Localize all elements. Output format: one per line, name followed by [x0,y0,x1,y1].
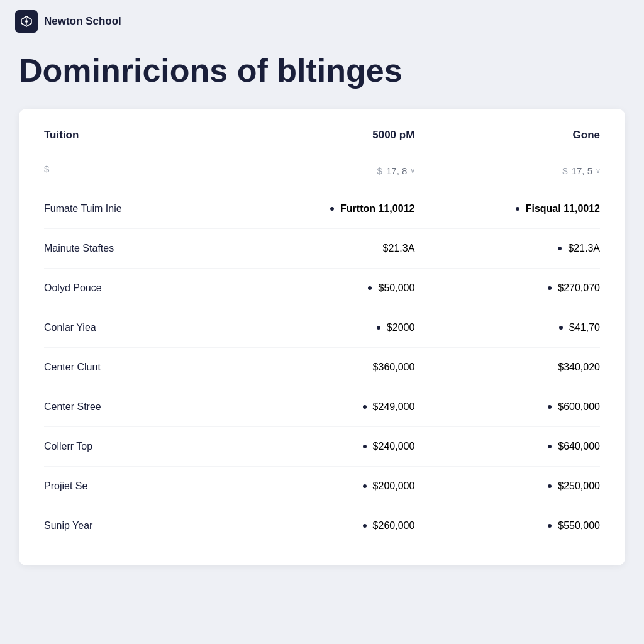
table-row: Sunip Year$260,000$550,000 [44,506,600,545]
row-col2: $249,000 [230,401,415,413]
row-label: Mainute Staftes [44,243,230,254]
table-row: Fumate Tuim InieFurtton 11,0012Fisqual 1… [44,189,600,229]
svg-point-1 [25,20,28,23]
col-header-tuition: Tuition [44,129,230,142]
col3-dot [558,247,562,250]
row-col3: $340,020 [414,362,600,373]
col2-dot [363,484,367,488]
main-card: Tuition 5000 pM Gone $ $ 17, 8 v $ 17, 5… [19,109,625,565]
col3-value: $250,000 [558,480,600,492]
col2-value: $50,000 [378,282,414,294]
row-col3: $270,070 [414,282,600,294]
table-row: Conlar Yiea$2000$41,70 [44,308,600,348]
col2-dot [330,207,334,211]
col2-value: $200,000 [373,480,415,492]
col-header-5000pm: 5000 pM [230,129,415,142]
row-col3: $550,000 [414,520,600,531]
col3-dot [516,207,519,211]
filter-col2-select[interactable]: $ 17, 8 v [230,165,415,176]
col3-dot [548,405,552,409]
row-col2: $260,000 [230,520,415,531]
table-row: Mainute Staftes$21.3A$21.3A [44,229,600,269]
col-header-gone: Gone [414,129,600,142]
page-title: Dominricions of bltinges [0,43,644,109]
col2-dot [363,524,367,528]
row-label: Center Stree [44,401,230,413]
table-row: Center Clunt$360,000$340,020 [44,348,600,387]
filter-col3-select[interactable]: $ 17, 5 v [414,165,600,176]
row-label: Conlar Yiea [44,322,230,333]
col2-dot [363,405,367,409]
row-label: Center Clunt [44,362,230,373]
header: Newton School [0,0,644,43]
col2-dollar-sign: $ [377,165,382,176]
col3-value: Fisqual 11,0012 [526,203,600,214]
col3-dot [548,484,552,488]
col3-value: $270,070 [558,282,600,294]
col2-value: $360,000 [373,362,415,373]
row-col3: $250,000 [414,480,600,492]
col2-dot [363,445,367,448]
col3-value: $640,000 [558,441,600,452]
col2-value: $240,000 [373,441,415,452]
row-col3: $640,000 [414,441,600,452]
row-label: Sunip Year [44,520,230,531]
col3-value: $41,70 [569,322,600,333]
col1-dollar-sign: $ [44,164,49,174]
col3-chevron-icon[interactable]: v [596,166,600,175]
row-col3: Fisqual 11,0012 [414,203,600,214]
table-header: Tuition 5000 pM Gone [44,129,600,152]
col3-dollar-sign: $ [562,165,567,176]
row-col3: $21.3A [414,243,600,254]
data-rows-container: Fumate Tuim InieFurtton 11,0012Fisqual 1… [44,189,600,545]
logo-icon [15,10,38,33]
col2-value: $21.3A [383,243,415,254]
row-col2: $50,000 [230,282,415,294]
col2-value: $2000 [387,322,415,333]
col2-dot [368,286,372,290]
row-col2: $240,000 [230,441,415,452]
row-col2: Furtton 11,0012 [230,203,415,214]
row-col2: $2000 [230,322,415,333]
col3-value: $600,000 [558,401,600,413]
row-col2: $360,000 [230,362,415,373]
col2-select-value: 17, 8 [386,165,407,176]
col3-select-value: 17, 5 [572,165,592,176]
col3-dot [559,326,563,330]
filter-row: $ $ 17, 8 v $ 17, 5 v [44,152,600,189]
col2-value: $260,000 [373,520,415,531]
col3-value: $21.3A [568,243,600,254]
col3-dot [548,445,552,448]
row-label: Projiet Se [44,480,230,492]
filter-col1[interactable]: $ [44,164,201,177]
col3-value: $340,020 [558,362,600,373]
col2-value: Furtton 11,0012 [340,203,414,214]
table-row: Center Stree$249,000$600,000 [44,387,600,427]
table-row: Projiet Se$200,000$250,000 [44,467,600,506]
col1-filter-input[interactable] [53,164,201,174]
col3-value: $550,000 [558,520,600,531]
col3-dot [548,524,552,528]
row-col2: $200,000 [230,480,415,492]
row-col3: $600,000 [414,401,600,413]
row-label: Collerr Top [44,441,230,452]
row-col3: $41,70 [414,322,600,333]
table-row: Oolyd Pouce$50,000$270,070 [44,269,600,308]
table-row: Collerr Top$240,000$640,000 [44,427,600,467]
col2-value: $249,000 [373,401,415,413]
row-col2: $21.3A [230,243,415,254]
row-label: Oolyd Pouce [44,282,230,294]
school-name-label: Newton School [44,15,121,28]
row-label: Fumate Tuim Inie [44,203,230,214]
col3-dot [548,286,552,290]
col2-dot [377,326,380,330]
